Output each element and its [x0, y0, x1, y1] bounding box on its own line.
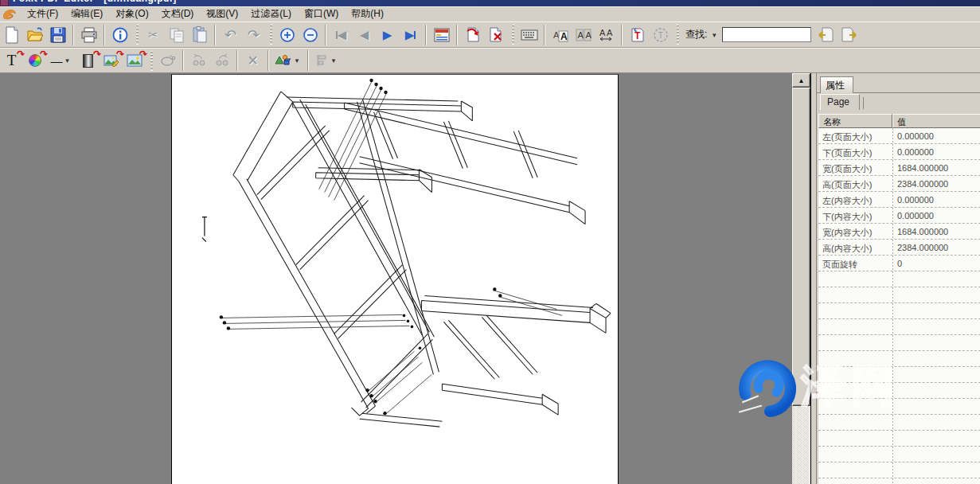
save-button[interactable] [47, 24, 68, 45]
align-dropdown[interactable]: ▾ [329, 57, 338, 64]
edit-image-icon [103, 53, 119, 68]
add-shape-button[interactable]: ▾ [273, 50, 303, 72]
window-title: Foxit PDF Editor - [dhfhuang.pdf] [13, 0, 177, 4]
font-style-button[interactable]: AA [549, 24, 571, 45]
menu-help[interactable]: 帮助(H) [345, 6, 390, 22]
menu-filter[interactable]: 过滤器(L) [244, 6, 298, 22]
copy-button[interactable] [166, 24, 187, 45]
rotate-left-button[interactable] [188, 50, 209, 72]
add-image-button[interactable]: ↷ [123, 50, 145, 72]
align-objects-button[interactable]: ▾ [313, 50, 342, 72]
vertical-scrollbar[interactable]: ▲ [792, 73, 810, 484]
delete-page-button[interactable] [485, 24, 506, 45]
menu-object[interactable]: 对象(O) [109, 6, 154, 22]
svg-text:A: A [599, 28, 606, 37]
delete-object-button[interactable]: ✕ [242, 50, 264, 72]
add-line-icon: — [51, 55, 63, 67]
paste-button[interactable] [189, 24, 210, 45]
column-header-value[interactable]: 值 [892, 114, 980, 128]
menu-file[interactable]: 文件(F) [21, 6, 64, 22]
table-row: 下(页面大小)0.000000 [818, 144, 980, 160]
add-color-button[interactable]: ↷ [24, 50, 45, 72]
ladder-frame-drawing [172, 75, 618, 484]
table-row: 高(页面大小)2384.000000 [818, 176, 980, 192]
toolbar-grip[interactable] [270, 25, 272, 45]
svg-text:A: A [577, 30, 584, 40]
zoom-in-button[interactable] [276, 24, 298, 45]
edit-image-button[interactable]: ↷ [100, 50, 122, 72]
document-info-button[interactable] [109, 24, 131, 45]
undo-icon: ↶ [225, 28, 236, 42]
toolbar-grip[interactable] [136, 25, 139, 45]
toolbar-separator [325, 25, 326, 45]
column-separator [892, 128, 893, 484]
toolbar-separator [425, 25, 427, 45]
add-text-button[interactable]: T ↷ [1, 50, 22, 72]
print-button[interactable] [78, 24, 100, 45]
font-spacing-button[interactable]: AA [595, 24, 617, 45]
zoom-out-button[interactable] [299, 24, 321, 45]
rotate-right-button[interactable] [211, 50, 232, 72]
menu-edit[interactable]: 编辑(E) [64, 6, 109, 22]
pdf-page[interactable] [171, 74, 619, 484]
panel-tab-row: Page [817, 94, 980, 110]
application-window: Foxit PDF Editor - [dhfhuang.pdf] 文件(F) … [0, 0, 980, 484]
find-dropdown-button[interactable]: ▾ [709, 31, 719, 39]
cut-icon: ✂ [148, 29, 158, 41]
first-page-button[interactable]: ◀ [330, 24, 352, 45]
table-row: 宽(页面大小)1684.000000 [818, 160, 980, 176]
panel-title-row: 属性 [817, 76, 980, 93]
undo-button[interactable]: ↶ [220, 24, 241, 45]
transform-object-button[interactable] [157, 50, 178, 72]
find-input[interactable] [722, 27, 811, 42]
panel-splitter[interactable] [812, 73, 817, 484]
toolbar-grip[interactable] [677, 25, 679, 45]
add-shading-icon [83, 54, 93, 68]
column-header-name[interactable]: 名称 [818, 114, 892, 128]
scroll-up-button[interactable]: ▲ [792, 73, 810, 88]
menu-window[interactable]: 窗口(W) [298, 6, 345, 22]
svg-text:A: A [560, 31, 568, 42]
text-tool-disabled-button[interactable]: T [650, 24, 671, 45]
toolbar-separator [236, 50, 238, 71]
foxit-logo-icon [2, 8, 18, 21]
toolbar-separator [214, 25, 216, 45]
previous-page-icon: ◀ [360, 29, 369, 41]
previous-page-button[interactable]: ◀ [353, 24, 375, 45]
table-row: 高(内容大小)2384.000000 [818, 240, 980, 256]
font-condense-button[interactable]: AA [572, 24, 594, 45]
last-page-button[interactable]: ▶ [400, 24, 421, 45]
redo-button[interactable]: ↷ [243, 24, 264, 45]
title-bar[interactable]: Foxit PDF Editor - [dhfhuang.pdf] [0, 0, 980, 6]
svg-text:T: T [634, 30, 641, 41]
find-next-button[interactable] [838, 24, 860, 45]
table-row: 下(内容大小)0.000000 [818, 208, 980, 224]
line-dropdown[interactable]: ▾ [63, 57, 72, 64]
keyboard-button[interactable] [518, 24, 540, 45]
find-label: 查找: [685, 28, 707, 41]
insert-page-button[interactable] [462, 24, 483, 45]
svg-text:T: T [658, 30, 663, 40]
new-file-button[interactable] [1, 24, 22, 45]
menu-document[interactable]: 文档(D) [155, 6, 201, 22]
add-shape-icon [275, 53, 292, 68]
redo-icon: ↷ [248, 28, 260, 42]
shape-dropdown[interactable]: ▾ [292, 57, 302, 64]
main-toolbar: ✂ ↶ ↷ ◀ ◀ ▶ ▶ [0, 21, 980, 48]
cut-button[interactable]: ✂ [143, 24, 164, 45]
page-layout-button[interactable] [431, 24, 452, 45]
next-page-button[interactable]: ▶ [377, 24, 398, 45]
open-file-button[interactable] [24, 24, 45, 45]
panel-title[interactable]: 属性 [820, 76, 853, 93]
menu-view[interactable]: 视图(V) [200, 6, 244, 22]
toolbar-grip[interactable] [150, 51, 153, 71]
find-previous-button[interactable] [815, 24, 837, 45]
toolbar-grip[interactable] [512, 25, 514, 45]
add-shading-button[interactable]: ↷ [77, 50, 99, 72]
add-line-button[interactable]: — ▾ [47, 50, 76, 72]
toolbar-separator [307, 50, 309, 71]
tab-page[interactable]: Page [820, 94, 860, 110]
insert-text-button[interactable]: T [627, 24, 648, 45]
align-objects-icon [316, 54, 329, 67]
scrollbar-thumb[interactable] [792, 88, 810, 406]
